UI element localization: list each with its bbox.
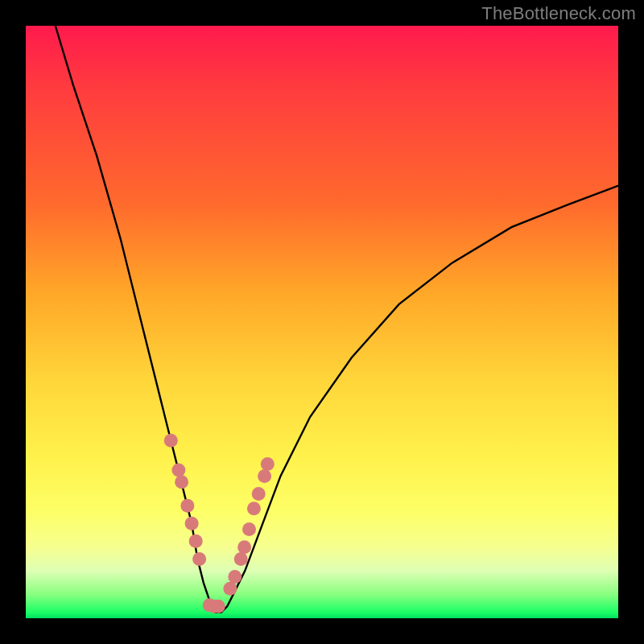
watermark-label: TheBottleneck.com — [481, 3, 636, 24]
marker-dot — [212, 600, 225, 613]
marker-dot — [164, 434, 178, 448]
marker-dot — [258, 469, 271, 483]
bottleneck-curve — [56, 26, 618, 613]
marker-dot — [175, 475, 188, 489]
marker-dot — [242, 522, 256, 536]
chart-frame: TheBottleneck.com — [0, 0, 644, 644]
marker-dot — [252, 487, 266, 501]
curve-layer — [26, 26, 618, 618]
marker-dot — [180, 499, 194, 513]
marker-dot — [234, 552, 248, 566]
marker-dot — [192, 552, 206, 566]
marker-dot — [223, 582, 237, 596]
marker-dot — [228, 570, 242, 584]
marker-dot — [189, 535, 203, 548]
marker-dot — [185, 517, 199, 530]
marker-dot — [171, 464, 185, 477]
marker-dot — [247, 502, 261, 515]
marker-dot — [261, 457, 275, 471]
highlighted-markers — [164, 434, 275, 613]
marker-dot — [237, 540, 251, 554]
plot-area — [26, 26, 618, 618]
